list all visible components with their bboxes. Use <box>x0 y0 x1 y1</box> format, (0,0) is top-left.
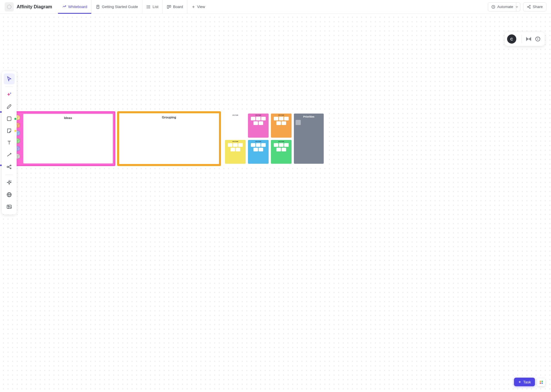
add-view-button[interactable]: View <box>187 5 209 9</box>
automate-label: Automate <box>497 5 513 9</box>
svg-line-18 <box>528 6 529 6</box>
view-label: View <box>197 5 205 9</box>
automate-dropdown[interactable] <box>513 2 520 11</box>
svg-point-7 <box>147 5 147 6</box>
share-icon <box>527 5 531 9</box>
tab-board[interactable]: Board <box>163 0 187 14</box>
tab-whiteboard[interactable]: Whiteboard <box>58 0 92 14</box>
svg-rect-10 <box>167 5 169 8</box>
automate-icon <box>491 5 496 9</box>
tab-label: Getting Started Guide <box>102 5 138 9</box>
page-title: Affinity Diagram <box>17 4 52 9</box>
svg-line-19 <box>528 7 529 7</box>
svg-point-15 <box>529 5 531 6</box>
board-icon <box>167 5 171 9</box>
title-area: Affinity Diagram <box>5 2 52 11</box>
tab-label: Board <box>173 5 183 9</box>
automate-button[interactable]: Automate <box>488 2 517 11</box>
svg-point-0 <box>7 5 11 9</box>
plus-icon <box>191 5 195 9</box>
whiteboard-icon <box>62 5 67 9</box>
tab-label: List <box>153 5 158 9</box>
share-button[interactable]: Share <box>523 2 546 11</box>
loading-icon <box>5 2 14 11</box>
header-right: Automate Share <box>488 2 546 11</box>
svg-point-17 <box>529 7 531 9</box>
list-icon <box>146 5 151 9</box>
doc-icon <box>96 5 100 9</box>
svg-point-16 <box>527 6 529 7</box>
share-label: Share <box>533 5 543 9</box>
header-bar: Affinity Diagram Whiteboard Getting Star… <box>0 0 551 14</box>
svg-point-8 <box>147 7 147 7</box>
tab-list[interactable]: List <box>142 0 163 14</box>
tab-getting-started[interactable]: Getting Started Guide <box>92 0 142 14</box>
svg-point-9 <box>147 8 147 8</box>
chevron-down-icon <box>515 5 519 9</box>
svg-rect-11 <box>169 5 171 7</box>
view-tabs: Whiteboard Getting Started Guide List Bo… <box>58 0 209 14</box>
tab-label: Whiteboard <box>68 5 87 9</box>
